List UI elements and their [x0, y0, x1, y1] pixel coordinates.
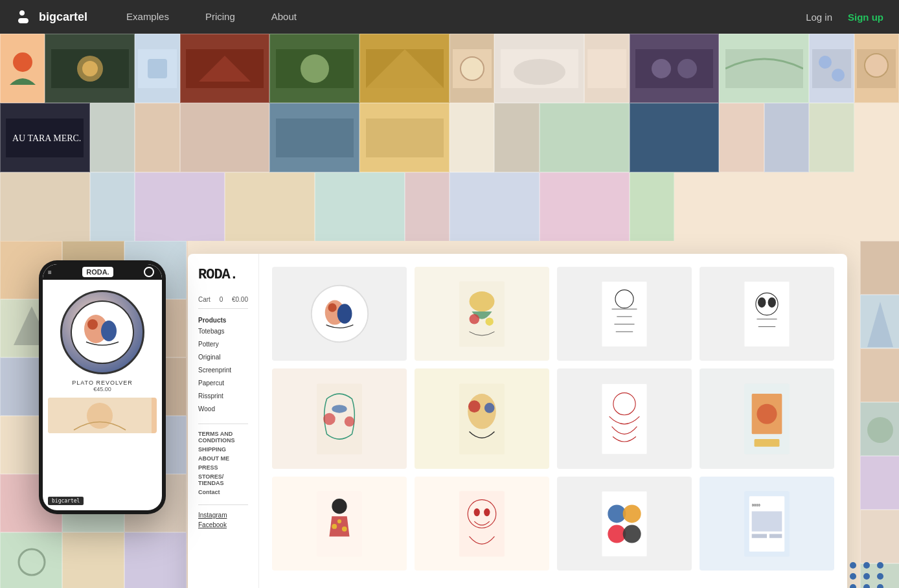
- nav-original[interactable]: Original: [198, 351, 248, 364]
- product-card-4[interactable]: [700, 267, 834, 361]
- signup-link[interactable]: Sign up: [848, 12, 883, 23]
- product-art-1: [309, 283, 370, 345]
- cart-label: Cart: [198, 296, 211, 303]
- product-card-6[interactable]: [415, 368, 549, 469]
- svg-point-68: [337, 519, 341, 523]
- svg-point-66: [332, 524, 337, 529]
- svg-point-39: [328, 303, 336, 311]
- svg-point-49: [768, 297, 776, 308]
- dot-2: [863, 562, 870, 569]
- product-art-9: [317, 482, 362, 566]
- nav-papercut[interactable]: Papercut: [198, 377, 248, 390]
- about-link[interactable]: ABOUT ME: [198, 454, 248, 463]
- product-card-7[interactable]: [557, 368, 692, 469]
- dot-3: [877, 562, 883, 569]
- product-art-5: [317, 374, 362, 464]
- svg-point-3: [82, 61, 98, 76]
- svg-point-71: [474, 508, 480, 515]
- svg-point-17: [677, 59, 697, 78]
- svg-rect-73: [602, 491, 647, 556]
- phone-menu-icon: ≡: [48, 269, 52, 276]
- svg-point-33: [87, 319, 98, 330]
- svg-point-21: [832, 69, 845, 82]
- svg-point-29: [19, 549, 45, 575]
- svg-point-52: [345, 416, 355, 427]
- product-card-2[interactable]: [415, 267, 549, 361]
- svg-rect-62: [755, 439, 780, 447]
- nav-totebags[interactable]: Totebags: [198, 325, 248, 338]
- svg-rect-14: [587, 49, 626, 88]
- product-art-2: [459, 272, 505, 356]
- store-cart-bar: Cart 0 €0.00: [198, 296, 248, 309]
- product-art-12: 0000: [744, 482, 790, 566]
- cart-price: €0.00: [232, 296, 248, 303]
- product-art-11: [602, 482, 647, 566]
- nav-wood[interactable]: Wood: [198, 403, 248, 416]
- svg-point-72: [484, 508, 490, 515]
- svg-point-75: [623, 504, 641, 523]
- svg-rect-69: [459, 491, 505, 556]
- phone-store-logo: RODA.: [82, 267, 113, 277]
- terms-link[interactable]: TERMS AND CONDITIONS: [198, 429, 248, 445]
- svg-rect-82: [752, 534, 767, 537]
- instagram-link[interactable]: Instagram: [198, 510, 248, 520]
- product-card-11[interactable]: [557, 477, 692, 571]
- svg-rect-5: [148, 59, 167, 78]
- svg-point-43: [485, 317, 493, 325]
- bigcartel-logo-icon: [16, 8, 34, 26]
- stores-link[interactable]: STORES/ TIENDAS: [198, 472, 248, 488]
- store-logo: RODA.: [198, 267, 248, 283]
- svg-text:AU TARA MERC.: AU TARA MERC.: [12, 133, 81, 143]
- svg-point-41: [470, 291, 495, 311]
- product-card-3[interactable]: [557, 267, 692, 361]
- dot-4: [850, 573, 856, 580]
- nav-pottery[interactable]: Pottery: [198, 338, 248, 351]
- right-mosaic: [860, 241, 899, 588]
- main-content: ≡ RODA. PLATO REVOLVER: [0, 241, 899, 588]
- nav-screenprint[interactable]: Screenprint: [198, 364, 248, 377]
- product-card-5[interactable]: [272, 368, 407, 469]
- nav-divider-2: [198, 504, 248, 505]
- product-card-9[interactable]: [272, 477, 407, 571]
- dot-1: [850, 562, 856, 569]
- products-title: Products: [198, 317, 248, 324]
- nav-rissprint[interactable]: Rissprint: [198, 390, 248, 403]
- product-card-8[interactable]: [700, 368, 834, 469]
- contact-link[interactable]: Contact: [198, 488, 248, 497]
- nav-examples[interactable]: Examples: [108, 0, 187, 34]
- product-art-7: [602, 374, 647, 464]
- svg-point-63: [757, 403, 777, 424]
- dot-9: [877, 584, 883, 588]
- phone-product-image: [60, 290, 144, 374]
- nav-divider-1: [198, 424, 248, 424]
- store-sidebar: RODA. Cart 0 €0.00 Products Totebags Pot…: [188, 254, 259, 588]
- dot-8: [863, 584, 870, 588]
- phone-product-price: €45.00: [48, 386, 157, 392]
- product-card-1[interactable]: [272, 267, 407, 361]
- svg-rect-83: [769, 534, 782, 537]
- svg-point-13: [514, 59, 565, 85]
- login-link[interactable]: Log in: [806, 12, 832, 23]
- product-card-12[interactable]: 0000: [700, 477, 834, 571]
- svg-point-20: [819, 56, 832, 69]
- product-card-10[interactable]: [415, 477, 549, 571]
- facebook-link[interactable]: Facebook: [198, 520, 248, 530]
- product-art-6: [459, 374, 505, 464]
- press-link[interactable]: PRESS: [198, 463, 248, 472]
- store-nav-legal: TERMS AND CONDITIONS SHIPPING ABOUT ME P…: [198, 429, 248, 497]
- phone-product-name: PLATO REVOLVER: [48, 379, 157, 386]
- svg-point-8: [301, 54, 329, 83]
- cart-count: 0: [220, 296, 223, 303]
- nav-pricing[interactable]: Pricing: [187, 0, 253, 34]
- svg-point-42: [470, 314, 480, 324]
- dot-7: [850, 584, 856, 588]
- shipping-link[interactable]: SHIPPING: [198, 445, 248, 454]
- product-art-4: [744, 272, 790, 356]
- logo[interactable]: bigcartel: [16, 8, 87, 26]
- svg-point-32: [101, 321, 117, 341]
- nav-about[interactable]: About: [253, 0, 315, 34]
- svg-rect-15: [635, 49, 713, 88]
- bigcartel-badge: bigcartel: [48, 497, 84, 505]
- svg-point-65: [332, 499, 347, 514]
- svg-point-51: [323, 413, 336, 425]
